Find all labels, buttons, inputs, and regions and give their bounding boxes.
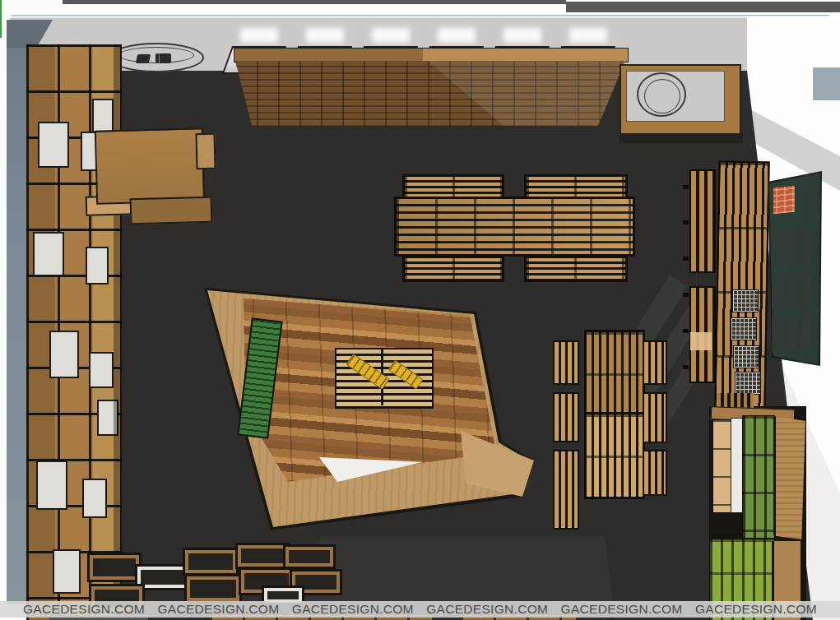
art-photo	[801, 312, 811, 351]
dining-bench-v	[643, 340, 667, 385]
art-photo	[772, 272, 782, 311]
skylight-glow	[306, 28, 344, 43]
right-wall-blue-panel	[813, 67, 840, 100]
top-facade-strip-right	[566, 2, 840, 12]
counter-bench	[689, 169, 716, 273]
storage-box	[283, 544, 336, 569]
storage-box	[183, 548, 239, 576]
cabinet-white-cell	[86, 247, 109, 285]
dining-bench-v	[553, 450, 579, 530]
storage-box	[235, 543, 290, 569]
green-shelf-upper-side-panel	[773, 416, 805, 539]
cabinet-white-cell	[92, 99, 114, 133]
storage-box	[184, 574, 242, 604]
cabinet-white-cell	[89, 352, 114, 388]
counter-grid-basket	[735, 372, 761, 395]
bench-foot-tick	[683, 293, 689, 297]
watermark-text: GACEDESIGN.COM	[157, 602, 279, 617]
watermark-text: GACEDESIGN.COM	[23, 602, 145, 617]
bench-foot-tick	[683, 365, 689, 369]
reception-desk-tab	[195, 133, 216, 170]
art-photo	[787, 271, 797, 310]
dining-table-right-upper	[584, 330, 645, 417]
ellipse-object-left	[136, 54, 151, 63]
top-facade-strip-left	[63, 0, 566, 4]
counter-grid-basket	[733, 345, 759, 368]
ellipse-object-right	[155, 53, 171, 63]
watermark-text: GACEDESIGN.COM	[695, 602, 817, 617]
art-photo	[772, 315, 782, 354]
reception-desk-main	[95, 127, 205, 204]
skylight-glow	[504, 28, 541, 43]
art-photo	[801, 270, 811, 308]
cabinet-white-cell	[36, 460, 67, 510]
cabinet-white-cell	[49, 331, 79, 378]
dining-table-right-lower	[584, 412, 645, 499]
reception-desk-return	[130, 197, 213, 225]
counter-grid-basket	[731, 317, 757, 340]
art-photo-grid	[772, 227, 811, 353]
green-shelf-tan-column	[712, 419, 732, 513]
art-photo	[787, 229, 797, 267]
storage-box	[87, 553, 142, 582]
cabinet-white-cell	[38, 122, 69, 168]
art-orange-label	[773, 186, 795, 215]
bench-foot-tick	[683, 185, 689, 189]
art-photo	[787, 314, 797, 353]
counter-bench-cushion	[690, 332, 712, 350]
watermark-text: GACEDESIGN.COM	[292, 602, 414, 617]
dining-bench-v	[643, 450, 667, 496]
interior-render-canvas: GACEDESIGN.COM GACEDESIGN.COM GACEDESIGN…	[0, 0, 840, 620]
skylight-glow	[569, 28, 607, 43]
sink-bowl-inner	[644, 79, 680, 113]
bench-foot-tick	[683, 329, 689, 333]
watermark-band: GACEDESIGN.COM GACEDESIGN.COM GACEDESIGN…	[0, 601, 840, 618]
counter-grid-basket	[732, 289, 759, 312]
watermark-text: GACEDESIGN.COM	[561, 602, 683, 617]
skylight-glow	[438, 28, 476, 43]
green-shelf-upper-grid	[742, 415, 775, 539]
bench-foot-tick	[683, 257, 689, 261]
bench-foot-tick	[683, 220, 689, 224]
dining-bench-v	[553, 392, 579, 442]
watermark-text: GACEDESIGN.COM	[426, 602, 548, 617]
dining-bench	[524, 256, 628, 282]
cabinet-white-cell	[82, 479, 107, 518]
art-photo	[801, 227, 811, 266]
skylight-glow	[372, 28, 410, 43]
skylight-glow	[240, 28, 278, 43]
green-shelf-top-fringe	[717, 393, 754, 408]
platform-green-slat-panel	[237, 317, 282, 439]
canopy-rail	[234, 48, 629, 62]
cabinet-white-cell	[33, 232, 64, 276]
dining-bench	[402, 256, 504, 282]
art-photo	[772, 229, 782, 268]
dining-bench-v	[553, 340, 579, 385]
sink-counter-shadow	[620, 133, 743, 143]
cabinet-white-cell	[53, 549, 81, 594]
sketchup-axis-line	[0, 0, 2, 38]
dining-table-top	[394, 197, 635, 257]
dining-bench-v	[643, 392, 667, 443]
